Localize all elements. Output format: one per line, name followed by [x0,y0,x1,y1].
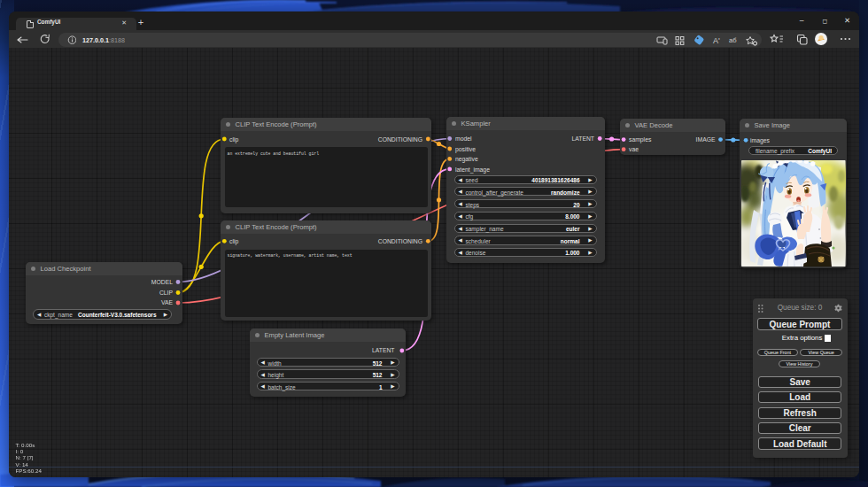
svg-text:aб: aб [729,36,736,44]
svg-text:Aʹ: Aʹ [713,35,720,44]
